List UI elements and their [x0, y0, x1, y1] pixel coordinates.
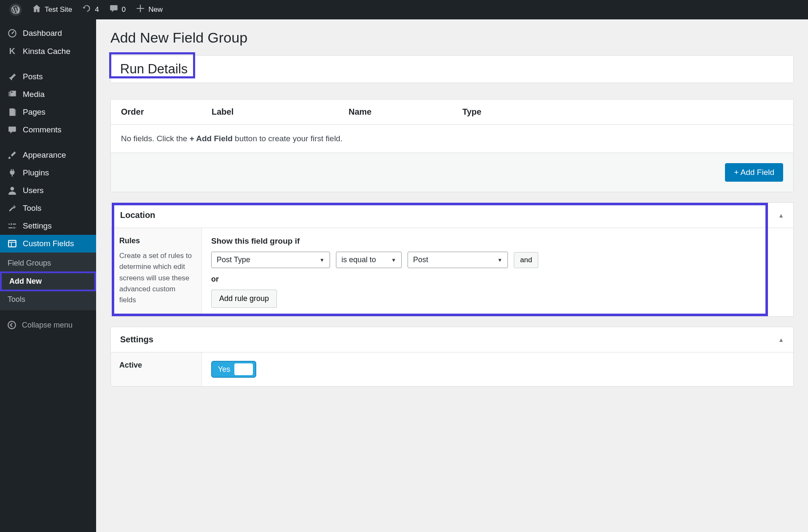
sidebar-item-appearance[interactable]: Appearance [0, 146, 96, 164]
sidebar-item-users[interactable]: Users [0, 182, 96, 199]
media-icon [6, 90, 19, 99]
chevron-down-icon: ▼ [319, 257, 325, 263]
settings-panel-header[interactable]: Settings ▲ [111, 327, 793, 352]
comment-bubble-icon [109, 4, 118, 16]
group-title-wrap [110, 55, 794, 83]
add-rule-group-button[interactable]: Add rule group [211, 290, 277, 308]
sidebar-item-posts[interactable]: Posts [0, 68, 96, 86]
sidebar-item-tools[interactable]: Tools [0, 199, 96, 217]
sidebar-label: Kinsta Cache [23, 47, 70, 56]
comments-count: 0 [122, 5, 126, 14]
page-title: Add New Field Group [110, 30, 794, 46]
site-name-text: Test Site [45, 5, 72, 14]
or-label: or [211, 275, 784, 284]
sidebar-item-media[interactable]: Media [0, 86, 96, 103]
location-panel-header[interactable]: Location ▲ [111, 203, 793, 228]
submenu-item-tools[interactable]: Tools [0, 291, 96, 308]
settings-heading: Settings [120, 335, 153, 344]
submenu-item-add-new[interactable]: Add New [0, 271, 96, 291]
add-and-rule-button[interactable]: and [514, 252, 538, 268]
rules-description: Create a set of rules to determine which… [119, 250, 193, 306]
update-icon [82, 4, 91, 16]
sidebar-label: Media [23, 90, 45, 99]
rule-row: Post Type ▼ is equal to ▼ Post ▼ and [211, 252, 784, 268]
rules-title: Rules [119, 236, 193, 245]
sidebar-item-comments[interactable]: Comments [0, 121, 96, 139]
rule-operator-select[interactable]: is equal to ▼ [336, 252, 402, 268]
custom-fields-submenu: Field Groups Add New Tools [0, 253, 96, 310]
field-group-title-input[interactable] [111, 56, 793, 83]
col-type: Type [462, 107, 783, 117]
plus-icon [136, 4, 145, 16]
fields-footer: + Add Field [111, 153, 793, 192]
svg-rect-4 [8, 240, 16, 247]
svg-point-3 [11, 187, 14, 191]
svg-point-5 [8, 321, 16, 329]
sidebar-item-settings[interactable]: Settings [0, 217, 96, 235]
svg-point-1 [11, 32, 13, 34]
rule-value-select[interactable]: Post ▼ [408, 252, 508, 268]
toggle-yes-label: Yes [218, 365, 230, 374]
sidebar-label: Comments [23, 125, 62, 134]
home-icon [32, 4, 41, 16]
sidebar-label: Posts [23, 72, 43, 81]
collapse-icon [6, 320, 18, 330]
main-content: Add New Field Group Order Label Name Typ… [96, 19, 808, 532]
sidebar-item-dashboard[interactable]: Dashboard [0, 24, 96, 42]
collapse-triangle-icon: ▲ [778, 336, 784, 343]
collapse-menu-button[interactable]: Collapse menu [0, 314, 96, 336]
sidebar-label: Custom Fields [23, 239, 74, 248]
active-label: Active [119, 361, 193, 370]
col-label: Label [212, 107, 349, 117]
pages-icon [6, 107, 19, 117]
sidebar-item-plugins[interactable]: Plugins [0, 164, 96, 182]
sidebar-item-custom-fields[interactable]: Custom Fields [0, 235, 96, 253]
settings-row-value: Yes [202, 352, 793, 386]
toggle-knob [234, 363, 253, 375]
fields-panel: Order Label Name Type No fields. Click t… [110, 99, 794, 192]
updates-link[interactable]: 4 [77, 0, 104, 19]
chevron-down-icon: ▼ [497, 257, 502, 263]
custom-fields-icon [6, 239, 19, 248]
col-name: Name [349, 107, 462, 117]
settings-panel: Settings ▲ Active Yes [110, 327, 794, 387]
new-label: New [148, 5, 163, 14]
wp-logo[interactable] [4, 0, 27, 19]
sidebar-label: Users [23, 186, 44, 195]
sidebar-label: Pages [23, 107, 46, 117]
sidebar-label: Dashboard [23, 29, 62, 38]
location-heading: Location [120, 210, 155, 220]
location-panel: Location ▲ Rules Create a set of rules t… [110, 202, 794, 317]
chevron-down-icon: ▼ [391, 257, 396, 263]
svg-point-2 [11, 91, 12, 93]
sidebar-item-pages[interactable]: Pages [0, 103, 96, 121]
sidebar-label: Settings [23, 221, 52, 231]
brush-icon [6, 150, 19, 160]
comment-icon [6, 125, 19, 134]
add-field-button[interactable]: + Add Field [725, 163, 783, 182]
rule-param-select[interactable]: Post Type ▼ [211, 252, 330, 268]
location-rules-content: Show this field group if Post Type ▼ is … [202, 228, 793, 316]
show-if-label: Show this field group if [211, 236, 784, 246]
admin-bar: Test Site 4 0 New [0, 0, 808, 19]
wordpress-icon [9, 3, 22, 16]
location-rules-sidebar: Rules Create a set of rules to determine… [111, 228, 202, 316]
no-fields-message: No fields. Click the + Add Field button … [111, 125, 793, 153]
collapse-triangle-icon: ▲ [778, 212, 784, 219]
kinsta-icon: K [6, 46, 19, 56]
sidebar-item-kinsta-cache[interactable]: K Kinsta Cache [0, 42, 96, 60]
active-toggle[interactable]: Yes [211, 361, 256, 378]
wrench-icon [6, 204, 19, 213]
pin-icon [6, 72, 19, 81]
user-icon [6, 186, 19, 195]
plug-icon [6, 168, 19, 177]
collapse-label: Collapse menu [22, 321, 72, 330]
gauge-icon [6, 29, 19, 38]
site-name-link[interactable]: Test Site [27, 0, 77, 19]
comments-link[interactable]: 0 [104, 0, 131, 19]
submenu-item-field-groups[interactable]: Field Groups [0, 255, 96, 271]
col-order: Order [121, 107, 212, 117]
sliders-icon [6, 221, 19, 231]
fields-header-row: Order Label Name Type [111, 99, 793, 125]
new-content-link[interactable]: New [131, 0, 168, 19]
